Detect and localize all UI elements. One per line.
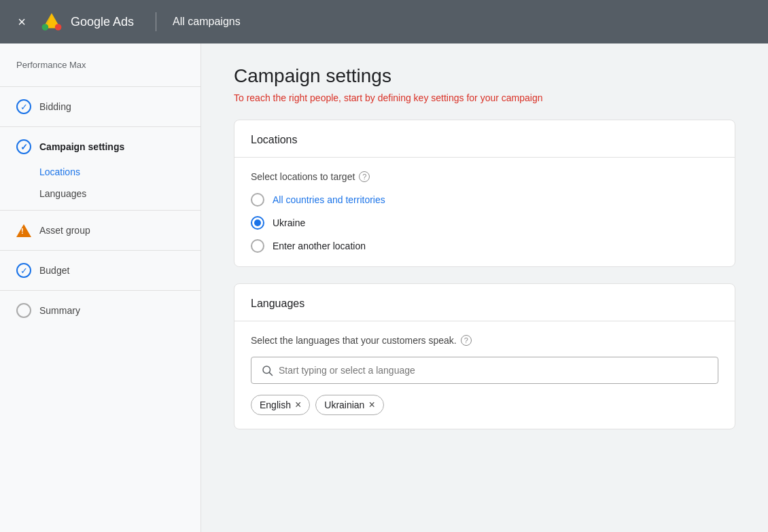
radio-another-location[interactable] [251, 239, 264, 253]
budget-check-icon: ✓ [16, 263, 31, 278]
sidebar-divider-1 [0, 126, 200, 127]
sidebar-sub-item-locations[interactable]: Locations [39, 161, 200, 183]
sidebar-item-asset-group[interactable]: Asset group [0, 216, 200, 245]
search-icon [261, 364, 273, 376]
summary-empty-icon [16, 303, 31, 318]
sidebar-sub-item-languages[interactable]: Languages [39, 183, 200, 205]
radio-label-another-location: Enter another location [273, 241, 366, 251]
language-search-wrapper[interactable] [251, 357, 718, 384]
asset-group-warn-icon [16, 223, 31, 238]
locations-section-title: Locations [234, 120, 735, 158]
sidebar-divider-4 [0, 290, 200, 291]
campaign-settings-check-icon: ✓ [16, 139, 31, 154]
page-subtitle: To reach the right people, start by defi… [234, 92, 735, 103]
svg-point-2 [42, 24, 49, 31]
sidebar-item-summary[interactable]: Summary [0, 296, 200, 325]
tag-ukrainian: Ukrainian × [315, 395, 383, 415]
svg-point-4 [55, 24, 62, 31]
app-title: Google Ads [71, 15, 134, 29]
select-locations-label: Select locations to target ? [251, 171, 718, 182]
all-campaigns-label: All campaigns [173, 16, 241, 28]
sidebar-divider-2 [0, 210, 200, 211]
close-button[interactable]: × [11, 11, 33, 33]
tag-ukrainian-close[interactable]: × [368, 400, 374, 410]
selected-languages-tags: English × Ukrainian × [251, 395, 718, 415]
google-ads-logo [41, 11, 63, 33]
radio-item-all-countries[interactable]: All countries and territories [251, 193, 718, 207]
locations-help-icon[interactable]: ? [359, 171, 370, 182]
svg-line-6 [269, 372, 272, 375]
radio-label-all-countries: All countries and territories [273, 194, 385, 205]
main-content: Campaign settings To reach the right peo… [201, 43, 768, 532]
sidebar: Performance Max ✓ Bidding ✓ Campaign set… [0, 43, 201, 532]
languages-section-title: Languages [234, 284, 735, 321]
locations-radio-group: All countries and territories Ukraine En… [251, 193, 718, 253]
sidebar-item-campaign-settings[interactable]: ✓ Campaign settings [0, 132, 200, 161]
radio-label-ukraine: Ukraine [273, 217, 305, 228]
language-search-input[interactable] [279, 365, 708, 376]
perf-max-label: Performance Max [0, 54, 200, 81]
languages-help-icon[interactable]: ? [461, 335, 472, 346]
sidebar-sub-items: Locations Languages [0, 161, 200, 205]
select-languages-label: Select the languages that your customers… [251, 335, 718, 346]
radio-ukraine[interactable] [251, 216, 264, 230]
page-title: Campaign settings [234, 65, 735, 87]
locations-card-body: Select locations to target ? All countri… [234, 158, 735, 266]
tag-english-close[interactable]: × [295, 400, 301, 410]
tag-english: English × [251, 395, 310, 415]
radio-all-countries[interactable] [251, 193, 264, 207]
sidebar-divider-3 [0, 250, 200, 251]
header: × Google Ads All campaigns [0, 0, 768, 43]
bidding-check-icon: ✓ [16, 99, 31, 114]
sidebar-item-budget[interactable]: ✓ Budget [0, 256, 200, 285]
languages-card-body: Select the languages that your customers… [234, 321, 735, 429]
locations-card: Locations Select locations to target ? A… [234, 120, 735, 267]
header-divider [156, 12, 156, 31]
languages-card: Languages Select the languages that your… [234, 283, 735, 429]
sidebar-item-bidding[interactable]: ✓ Bidding [0, 92, 200, 121]
sidebar-divider-top [0, 86, 200, 87]
radio-item-another-location[interactable]: Enter another location [251, 239, 718, 253]
radio-item-ukraine[interactable]: Ukraine [251, 216, 718, 230]
main-layout: Performance Max ✓ Bidding ✓ Campaign set… [0, 43, 768, 532]
